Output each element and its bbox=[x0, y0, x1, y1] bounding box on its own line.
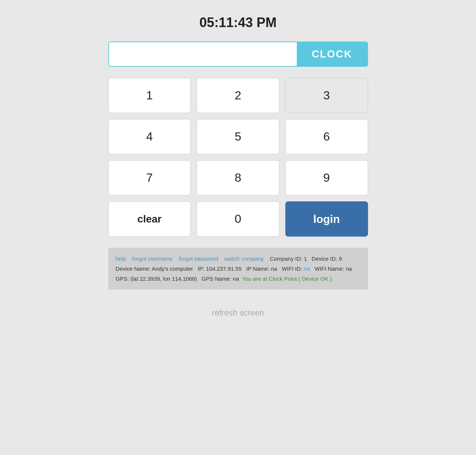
gps-name: GPS Name: na bbox=[201, 276, 239, 282]
key-3[interactable]: 3 bbox=[285, 78, 368, 113]
wifi-name: WIFI Name: na bbox=[315, 266, 352, 272]
gps: GPS: (lat 22.3939, lon 114.1068) bbox=[116, 276, 197, 282]
keypad: 1 2 3 4 5 6 7 8 9 clear 0 login bbox=[108, 78, 368, 237]
ip-name: IP Name: na bbox=[246, 266, 277, 272]
key-5[interactable]: 5 bbox=[197, 119, 279, 154]
company-id: Company ID: 1 bbox=[270, 255, 307, 262]
forgot-password-link[interactable]: forgot password bbox=[178, 255, 218, 262]
key-7[interactable]: 7 bbox=[108, 160, 191, 195]
login-button[interactable]: login bbox=[285, 201, 368, 237]
clear-button[interactable]: clear bbox=[108, 201, 191, 237]
help-link[interactable]: help bbox=[116, 255, 126, 262]
input-row: CLOCK bbox=[108, 42, 368, 67]
refresh-button[interactable]: refresh screen bbox=[212, 308, 264, 318]
clock-button[interactable]: CLOCK bbox=[297, 42, 367, 66]
key-0[interactable]: 0 bbox=[197, 201, 279, 237]
pin-input[interactable] bbox=[109, 42, 297, 66]
device-id: Device ID: 9 bbox=[312, 255, 342, 262]
ip-address: IP: 104.237.91.55 bbox=[198, 266, 242, 272]
wifi-id-value[interactable]: na bbox=[304, 266, 310, 272]
key-2[interactable]: 2 bbox=[197, 78, 279, 113]
info-panel: help forgot username forgot password swi… bbox=[108, 248, 368, 290]
switch-company-link[interactable]: switch company bbox=[224, 255, 264, 262]
forgot-username-link[interactable]: forgot username bbox=[132, 255, 173, 262]
info-links: help forgot username forgot password swi… bbox=[116, 255, 270, 262]
key-4[interactable]: 4 bbox=[108, 119, 191, 154]
time-display: 05:11:43 PM bbox=[199, 15, 276, 30]
key-1[interactable]: 1 bbox=[108, 78, 191, 113]
wifi-id-label: WIFI ID: bbox=[282, 266, 302, 272]
device-name: Device Name: Andy's computer bbox=[116, 266, 193, 272]
key-9[interactable]: 9 bbox=[285, 160, 368, 195]
status-ok: You are at Clock Point ( Device OK ). bbox=[242, 276, 333, 282]
key-6[interactable]: 6 bbox=[285, 119, 368, 154]
key-8[interactable]: 8 bbox=[197, 160, 279, 195]
